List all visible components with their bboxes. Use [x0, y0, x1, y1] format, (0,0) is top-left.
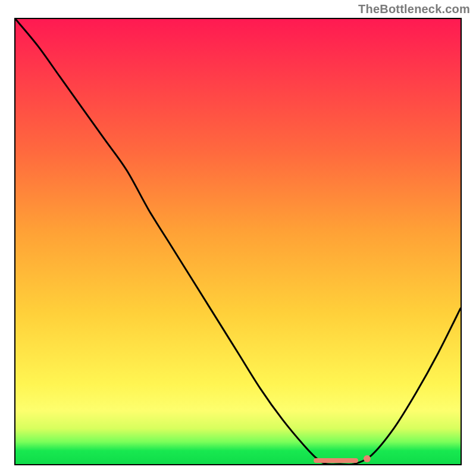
- plot-area: [14, 18, 462, 465]
- bottleneck-curve: [15, 19, 461, 464]
- attribution-label: TheBottleneck.com: [358, 2, 470, 16]
- chart-stage: TheBottleneck.com: [0, 0, 476, 476]
- svg-point-1: [364, 455, 371, 462]
- svg-rect-0: [314, 458, 358, 463]
